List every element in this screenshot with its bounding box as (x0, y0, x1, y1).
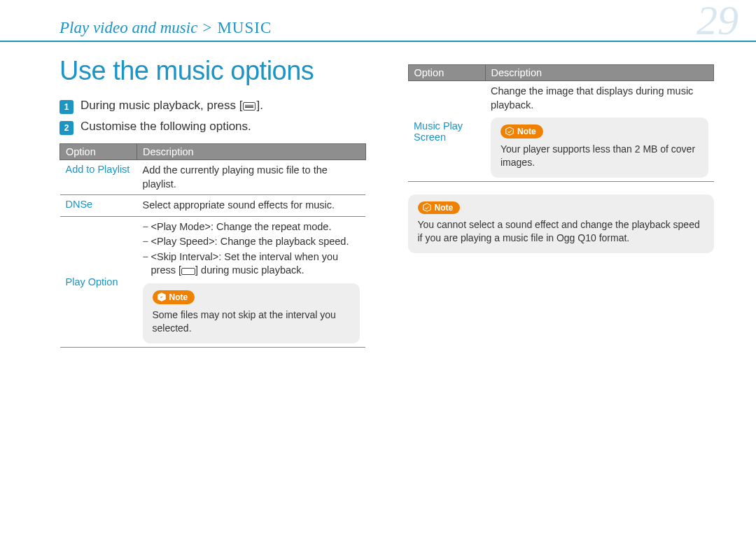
breadcrumb-part1: Play video and music > (59, 19, 213, 36)
note-text: Some files may not skip at the interval … (153, 308, 351, 335)
note-text: You cannot select a sound effect and cha… (418, 218, 705, 245)
left-column: Use the music options 1 During music pla… (59, 56, 366, 348)
th-description: Description (137, 144, 366, 160)
table-row: Music Play Screen Change the image that … (408, 81, 714, 182)
step-1: 1 During music playback, press []. (59, 99, 366, 114)
desc-text: Change the image that displays during mu… (491, 85, 708, 112)
table-row: Play Option <Play Mode>: Change the repe… (60, 216, 366, 347)
table-row: DNSe Select appropriate sound effects fo… (60, 195, 366, 217)
step-2: 2 Customise the following options. (59, 120, 366, 135)
step-1-pre: During music playback, press [ (80, 99, 242, 112)
sub-item: <Skip Interval>: Set the interval when y… (143, 250, 360, 278)
option-cell: Music Play Screen (408, 81, 485, 182)
note-label: Note (435, 203, 454, 213)
content-area: Use the music options 1 During music pla… (0, 42, 756, 348)
right-column: Option Description Music Play Screen Cha… (408, 56, 715, 348)
note-label: Note (517, 126, 536, 137)
step-text: During music playback, press []. (80, 99, 263, 113)
th-option: Option (60, 144, 137, 160)
page-header: Play video and music > MUSIC 29 (0, 0, 756, 42)
note-text: Your player supports less than 2 MB of c… (500, 143, 699, 169)
option-cell: DNSe (60, 195, 137, 217)
note-box: Note Some files may not skip at the inte… (143, 283, 360, 343)
sub-item: <Play Mode>: Change the repeat mode. (143, 220, 360, 234)
options-table-right: Option Description Music Play Screen Cha… (408, 64, 715, 182)
cube-check-icon (422, 203, 432, 213)
option-cell: Play Option (60, 216, 137, 347)
step-1-post: ]. (256, 99, 262, 112)
description-cell: Select appropriate sound effects for mus… (137, 195, 366, 217)
note-box: Note You cannot select a sound effect an… (408, 194, 715, 253)
steps-list: 1 During music playback, press []. 2 Cus… (59, 99, 366, 135)
th-description: Description (485, 65, 714, 81)
step-text: Customise the following options. (80, 120, 251, 134)
step-number-badge: 2 (59, 121, 74, 135)
page-title: Use the music options (59, 56, 366, 86)
th-option: Option (408, 65, 485, 81)
note-badge: Note (500, 125, 543, 138)
sub-item: <Play Speed>: Change the playback speed. (143, 235, 360, 249)
menu-icon (243, 102, 255, 111)
options-table-left: Option Description Add to Playlist Add t… (59, 143, 366, 348)
step-number-badge: 1 (59, 100, 74, 114)
cube-check-icon (505, 127, 514, 136)
table-row: Add to Playlist Add the currently playin… (60, 160, 366, 195)
breadcrumb: Play video and music > MUSIC (59, 19, 272, 37)
cube-check-icon (157, 292, 167, 302)
skip-button-icon (181, 268, 195, 275)
option-cell: Add to Playlist (60, 160, 137, 195)
note-badge: Note (418, 201, 461, 214)
description-cell: <Play Mode>: Change the repeat mode. <Pl… (137, 216, 366, 347)
note-label: Note (169, 292, 188, 303)
note-badge: Note (153, 290, 195, 304)
sub-item-post: ] during music playback. (195, 264, 304, 276)
description-cell: Add the currently playing music file to … (137, 160, 366, 195)
description-cell: Change the image that displays during mu… (485, 81, 714, 182)
note-box: Note Your player supports less than 2 MB… (491, 118, 708, 178)
breadcrumb-part2: MUSIC (213, 19, 272, 36)
page-number: 29 (696, 0, 738, 45)
